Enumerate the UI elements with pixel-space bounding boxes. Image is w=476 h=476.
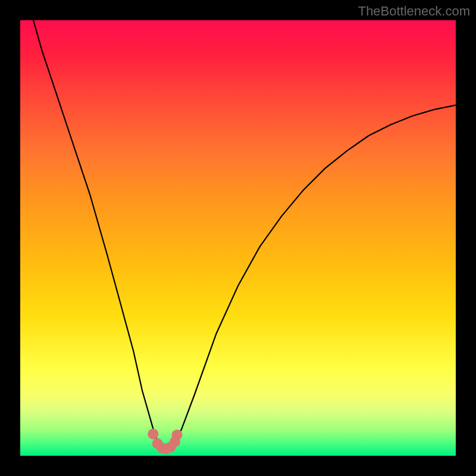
bottleneck-curve-line <box>33 20 456 448</box>
min-marker <box>148 428 158 439</box>
watermark-text: TheBottleneck.com <box>358 4 470 19</box>
min-marker <box>172 430 183 440</box>
bottleneck-chart <box>20 20 456 456</box>
minimum-markers <box>148 428 182 454</box>
